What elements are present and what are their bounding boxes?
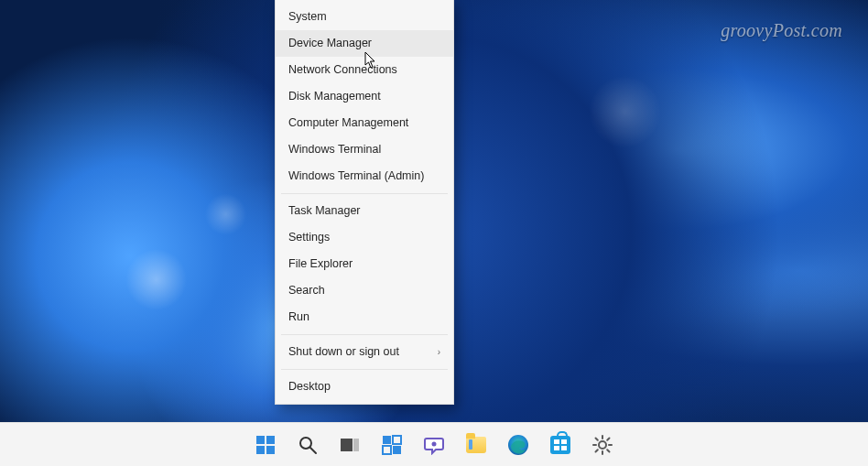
menu-item-label: Desktop xyxy=(288,380,331,394)
svg-rect-0 xyxy=(256,436,265,444)
svg-rect-10 xyxy=(383,446,391,454)
svg-rect-2 xyxy=(256,446,265,454)
menu-item-label: Shut down or sign out xyxy=(288,345,399,359)
task-view-icon xyxy=(340,436,360,454)
chat-icon xyxy=(424,435,444,455)
menu-item-network-connections[interactable]: Network Connections xyxy=(276,57,453,83)
file-explorer-button[interactable] xyxy=(458,427,494,463)
menu-separator xyxy=(281,369,448,370)
menu-item-search[interactable]: Search xyxy=(276,277,453,304)
menu-item-label: Windows Terminal (Admin) xyxy=(288,169,424,183)
svg-line-23 xyxy=(596,438,598,439)
svg-rect-7 xyxy=(353,439,359,451)
menu-item-file-explorer[interactable]: File Explorer xyxy=(276,251,453,277)
menu-item-device-manager[interactable]: Device Manager xyxy=(276,30,453,57)
settings-button[interactable] xyxy=(584,427,621,463)
menu-item-label: Settings xyxy=(288,231,330,244)
menu-item-computer-management[interactable]: Computer Management xyxy=(276,110,453,136)
task-view-button[interactable] xyxy=(331,427,368,463)
menu-separator xyxy=(281,193,448,194)
svg-point-4 xyxy=(300,438,311,449)
svg-rect-11 xyxy=(393,446,401,454)
menu-item-label: Device Manager xyxy=(288,37,372,50)
widgets-button[interactable] xyxy=(374,427,410,463)
menu-item-label: Run xyxy=(288,310,309,324)
svg-rect-9 xyxy=(393,436,401,444)
widgets-icon xyxy=(382,435,402,455)
menu-item-label: File Explorer xyxy=(288,257,353,271)
chevron-right-icon: › xyxy=(438,347,440,358)
menu-item-settings[interactable]: Settings xyxy=(276,224,453,251)
svg-rect-17 xyxy=(561,446,567,450)
menu-item-label: Windows Terminal xyxy=(288,143,381,157)
svg-rect-16 xyxy=(554,446,559,450)
store-icon xyxy=(550,436,570,454)
gear-icon xyxy=(591,434,613,456)
start-icon xyxy=(255,435,276,455)
menu-item-windows-terminal-admin[interactable]: Windows Terminal (Admin) xyxy=(276,163,453,190)
menu-separator xyxy=(281,334,448,335)
watermark-text: groovyPost.com xyxy=(721,20,842,41)
chat-button[interactable] xyxy=(416,427,452,463)
edge-icon xyxy=(507,434,529,456)
svg-line-26 xyxy=(596,450,598,451)
svg-line-5 xyxy=(310,448,316,453)
svg-line-25 xyxy=(607,438,609,439)
menu-item-label: Computer Management xyxy=(288,116,408,130)
svg-rect-14 xyxy=(554,439,559,444)
search-button[interactable] xyxy=(289,427,326,463)
svg-line-24 xyxy=(607,450,609,451)
svg-rect-6 xyxy=(341,439,353,451)
edge-button[interactable] xyxy=(500,427,537,463)
menu-item-shut-down-or-sign-out[interactable]: Shut down or sign out› xyxy=(276,339,453,365)
store-button[interactable] xyxy=(542,427,579,463)
start-button[interactable] xyxy=(247,427,284,463)
menu-item-label: Disk Management xyxy=(288,90,381,103)
menu-item-disk-management[interactable]: Disk Management xyxy=(276,83,453,110)
menu-item-label: System xyxy=(288,10,327,24)
taskbar xyxy=(0,422,868,466)
search-icon xyxy=(298,435,318,455)
file-explorer-icon xyxy=(466,437,486,453)
menu-item-system[interactable]: System xyxy=(276,4,453,30)
svg-rect-1 xyxy=(266,436,275,444)
menu-item-task-manager[interactable]: Task Manager xyxy=(276,198,453,224)
menu-item-label: Task Manager xyxy=(288,204,361,218)
menu-item-run[interactable]: Run xyxy=(276,304,453,331)
svg-rect-8 xyxy=(383,436,391,444)
winx-context-menu: SystemDevice ManagerNetwork ConnectionsD… xyxy=(275,0,454,405)
svg-point-18 xyxy=(599,441,606,449)
menu-item-label: Network Connections xyxy=(288,63,397,77)
svg-point-12 xyxy=(432,441,437,446)
menu-item-label: Search xyxy=(288,284,325,298)
svg-rect-3 xyxy=(266,446,275,454)
menu-item-desktop[interactable]: Desktop xyxy=(276,374,453,400)
svg-rect-15 xyxy=(561,439,567,444)
menu-item-windows-terminal[interactable]: Windows Terminal xyxy=(276,136,453,163)
